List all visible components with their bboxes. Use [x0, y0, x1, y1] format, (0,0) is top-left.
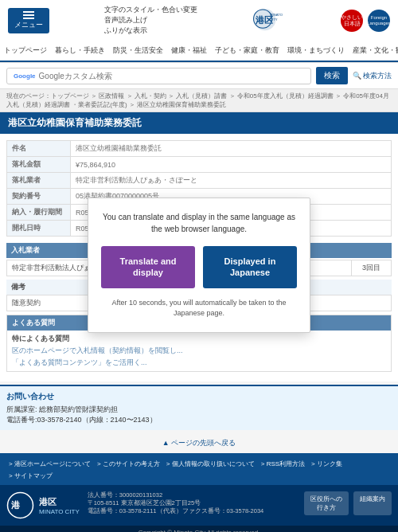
nav-item-life[interactable]: 暮らし・手続き	[51, 41, 109, 61]
access-button[interactable]: 区役所への 行き方	[304, 491, 349, 515]
nav-item-environment[interactable]: 環境・まちづくり	[283, 41, 349, 61]
footer-right-buttons: 区役所への 行き方 組織案内	[304, 491, 392, 515]
footer-nav-item[interactable]: 港区ホームページについて	[6, 458, 93, 468]
contact-section: お問い合わせ 所属課室: 総務部契約管財課契約担 電話番号:03-3578-21…	[0, 385, 398, 430]
menu-label: メニュー	[14, 20, 43, 30]
contact-tel: 電話番号:03-3578-2140（内線：2140〜2143）	[6, 415, 392, 425]
search-icon: 🔍	[353, 72, 361, 80]
nav-item-disaster[interactable]: 防災・生活安全	[109, 41, 167, 61]
nav-item-top[interactable]: トップページ	[0, 41, 51, 61]
footer-city-name: 港区	[39, 496, 80, 508]
header: メニュー 文字のスタイル・色合い変更 音声読み上げ ふりがな表示 港区 MINA…	[0, 0, 398, 63]
footer-logo-svg: 港	[6, 491, 34, 519]
page-title: 港区立幼稚園保育補助業務委託	[0, 112, 398, 134]
main-nav: トップページ 暮らし・手続き 防災・生活安全 健康・福祉 子ども・家庭・教育 環…	[0, 41, 398, 62]
nav-item-health[interactable]: 健康・福祉	[167, 41, 211, 61]
language-options: やさしい日本語 ForeignLanguages	[341, 10, 390, 32]
menu-line	[23, 18, 34, 19]
foreign-circle: ForeignLanguages	[368, 10, 390, 32]
footer-logo: 港 港区 MINATO CITY	[6, 491, 80, 519]
svg-text:CITY: CITY	[270, 17, 278, 21]
footer-info: 法人番号：3000020131032 〒105-8511 東京都港区芝公園2丁目…	[88, 491, 296, 515]
main-content: 件名 港区立幼稚園補助業務委託 落札金額 ¥75,864,910 落札業者 特定…	[0, 134, 398, 381]
footer-bottom: 港 港区 MINATO CITY 法人番号：3000020131032 〒105…	[0, 485, 398, 526]
menu-line	[23, 11, 34, 13]
contact-dept: 所属課室: 総務部契約管財課契約担	[6, 405, 392, 415]
jp-circle: やさしい日本語	[341, 10, 363, 32]
footer-nav-item[interactable]: 個人情報の取り扱いについて	[164, 458, 257, 468]
menu-line	[23, 14, 34, 16]
option-furigana[interactable]: ふりがな表示	[104, 25, 197, 36]
popup-buttons: Translate anddisplay Displayed inJapanes…	[101, 246, 297, 288]
option-voice[interactable]: 音声読み上げ	[104, 15, 197, 25]
copyright: Copyright © Minato City All rights reser…	[0, 526, 398, 532]
footer-address: 〒105-8511 東京都港区芝公園2丁目25号	[88, 499, 296, 507]
footer-nav-item[interactable]: リンク集	[309, 458, 345, 468]
org-guide-button[interactable]: 組織案内	[353, 491, 392, 515]
footer-nav-list: 港区ホームページについて このサイトの考え方 個人情報の取り扱いについて RSS…	[6, 458, 392, 480]
search-bar: Google 検索 🔍 検索方法	[0, 63, 398, 89]
search-input-wrapper[interactable]: Google	[6, 68, 311, 84]
footer-nav-item[interactable]: サイトマップ	[6, 470, 55, 480]
footer-nav: 港区ホームページについて このサイトの考え方 個人情報の取り扱いについて RSS…	[0, 453, 398, 485]
option-text-style[interactable]: 文字のスタイル・色合い変更	[104, 5, 197, 15]
popup-auto-message: After 10 seconds, you will automatically…	[101, 298, 297, 319]
translation-popup: You can translate and display in the sam…	[88, 198, 310, 333]
back-to-top[interactable]: ▲ ページの先頭へ戻る	[0, 433, 398, 453]
translate-button[interactable]: Translate anddisplay	[101, 246, 195, 288]
site-logo[interactable]: 港区 MINATO CITY	[252, 6, 286, 36]
japanese-button[interactable]: Displayed inJapanese	[203, 246, 297, 288]
contact-title: お問い合わせ	[6, 391, 392, 402]
menu-button[interactable]: メニュー	[8, 8, 49, 33]
nav-item-children[interactable]: 子ども・家庭・教育	[211, 41, 283, 61]
popup-message: You can translate and display in the sam…	[101, 211, 297, 235]
svg-text:港: 港	[11, 500, 21, 510]
search-input[interactable]	[39, 72, 304, 80]
up-arrow-icon: ▲	[162, 439, 170, 447]
footer-nav-item[interactable]: RSS利用方法	[259, 458, 307, 468]
footer-nav-item[interactable]: このサイトの考え方	[95, 458, 162, 468]
header-options: 文字のスタイル・色合い変更 音声読み上げ ふりがな表示	[104, 5, 197, 36]
nav-list: トップページ 暮らし・手続き 防災・生活安全 健康・福祉 子ども・家庭・教育 環…	[0, 41, 398, 61]
search-button[interactable]: 検索	[316, 67, 348, 84]
breadcrumb: 現在のページ：トップページ ＞ 区政情報 ＞ 入札・契約 ＞ 入札（見積）請書 …	[0, 89, 398, 112]
footer-corporate-number: 法人番号：3000020131032	[88, 491, 296, 499]
nav-item-industry[interactable]: 産業・文化・観光	[349, 41, 398, 61]
jp-language-button[interactable]: やさしい日本語	[341, 10, 363, 32]
logo-svg: 港区 MINATO CITY	[252, 6, 286, 36]
back-top-label: ページの先頭へ戻る	[171, 439, 236, 447]
foreign-language-button[interactable]: ForeignLanguages	[368, 10, 390, 32]
search-method[interactable]: 🔍 検索方法	[353, 71, 392, 81]
google-label: Google	[14, 72, 36, 80]
footer-tel: 電話番号：03-3578-2111（代表）ファクス番号：03-3578-2034	[88, 507, 296, 515]
footer-city-name-en: MINATO CITY	[39, 508, 80, 515]
header-top: メニュー 文字のスタイル・色合い変更 音声読み上げ ふりがな表示 港区 MINA…	[0, 0, 398, 41]
